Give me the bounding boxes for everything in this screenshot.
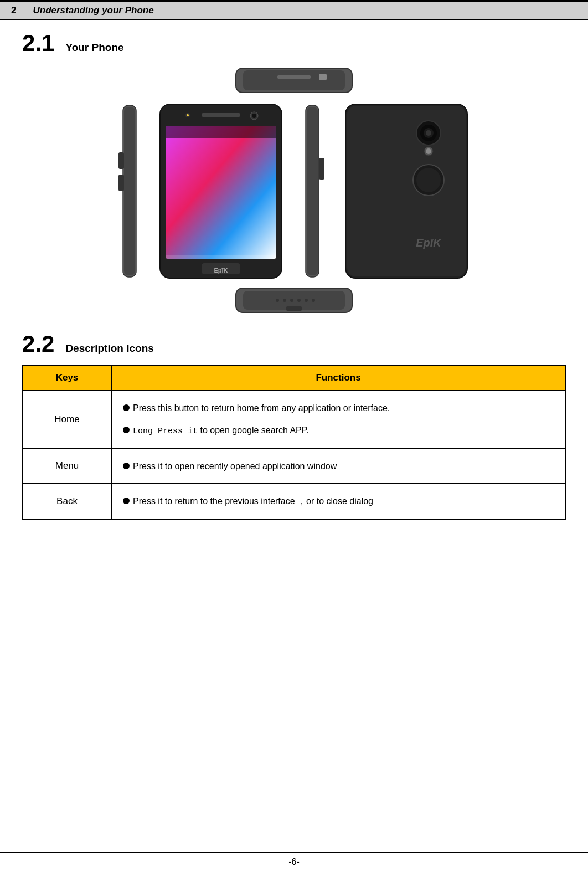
bullet-icon: [123, 498, 130, 504]
svg-point-16: [187, 114, 189, 116]
phone-middle-row: EpīK: [118, 102, 470, 280]
phone-top-image: [233, 64, 355, 97]
table-row: Home Press this button to return home fr…: [23, 391, 565, 449]
svg-point-30: [426, 148, 431, 154]
page-footer: -6-: [0, 852, 588, 867]
phone-back-image: EpīK: [343, 102, 470, 280]
chapter-title: Understanding your Phone: [33, 5, 153, 16]
phone-bottom-row: [233, 285, 355, 316]
key-back: Back: [23, 484, 111, 519]
table-row: Back Press it to return to the previous …: [23, 484, 565, 519]
phone-front-image: EpīK: [157, 102, 285, 280]
func-menu-line1: Press it to open recently opened applica…: [123, 459, 554, 474]
svg-rect-24: [347, 106, 466, 276]
section21-heading: 2.1 Your Phone: [22, 32, 566, 55]
main-content: 2.1 Your Phone: [0, 20, 588, 531]
svg-rect-42: [286, 306, 302, 311]
func-home-text1: Press this button to return home from an…: [133, 401, 390, 416]
svg-rect-19: [166, 255, 276, 259]
bullet-icon: [123, 404, 130, 411]
func-home-text2: Long Press it to open google search APP.: [133, 423, 309, 438]
svg-point-41: [312, 299, 315, 302]
page-number: -6-: [288, 857, 300, 866]
func-back-line1: Press it to return to the previous inter…: [123, 494, 554, 509]
chapter-header: 2 Understanding your Phone: [0, 2, 588, 20]
svg-rect-3: [319, 74, 327, 80]
svg-point-40: [305, 299, 308, 302]
func-home-line2: Long Press it to open google search APP.: [123, 423, 554, 438]
phone-images: EpīK: [22, 64, 566, 316]
chapter-number: 2: [11, 5, 16, 16]
func-home: Press this button to return home from an…: [111, 391, 565, 449]
svg-point-38: [290, 299, 293, 302]
svg-rect-10: [166, 126, 276, 259]
svg-rect-21: [307, 107, 318, 275]
section22: 2.2 Description Icons Keys Functions Hom…: [22, 332, 566, 520]
key-home: Home: [23, 391, 111, 449]
section21-title: Your Phone: [65, 42, 123, 54]
bullet-icon: [123, 463, 130, 469]
svg-point-39: [297, 299, 301, 302]
phone-left-image: [118, 102, 141, 280]
phone-right-image: [301, 102, 326, 280]
svg-point-36: [276, 299, 279, 302]
svg-rect-1: [243, 70, 345, 90]
bullet-icon: [123, 427, 130, 433]
table-row: Menu Press it to open recently opened ap…: [23, 449, 565, 484]
section22-heading: 2.2 Description Icons: [22, 332, 566, 356]
svg-rect-6: [118, 152, 124, 169]
description-table: Keys Functions Home Press this button to…: [22, 365, 566, 520]
func-menu: Press it to open recently opened applica…: [111, 449, 565, 484]
func-home-line1: Press this button to return home from an…: [123, 401, 554, 416]
col-keys-header: Keys: [23, 365, 111, 391]
section21-number: 2.1: [22, 32, 54, 55]
section22-number: 2.2: [22, 332, 54, 356]
func-back: Press it to return to the previous inter…: [111, 484, 565, 519]
func-menu-text1: Press it to open recently opened applica…: [133, 459, 337, 474]
svg-rect-22: [319, 158, 324, 180]
svg-rect-2: [277, 75, 311, 79]
col-functions-header: Functions: [111, 365, 565, 391]
phone-top-row: [233, 64, 355, 97]
func-back-text1: Press it to return to the previous inter…: [133, 494, 373, 509]
svg-point-32: [416, 168, 441, 192]
svg-point-28: [426, 130, 431, 136]
svg-rect-5: [124, 107, 135, 275]
svg-point-13: [252, 114, 256, 118]
section22-title: Description Icons: [65, 342, 153, 355]
svg-point-37: [283, 299, 286, 302]
phone-bottom-image: [233, 285, 355, 316]
svg-rect-14: [202, 113, 240, 117]
key-menu: Menu: [23, 449, 111, 484]
svg-rect-11: [166, 126, 276, 138]
svg-rect-7: [118, 175, 124, 191]
svg-text:EpīK: EpīK: [416, 237, 442, 249]
svg-text:EpīK: EpīK: [214, 267, 228, 274]
